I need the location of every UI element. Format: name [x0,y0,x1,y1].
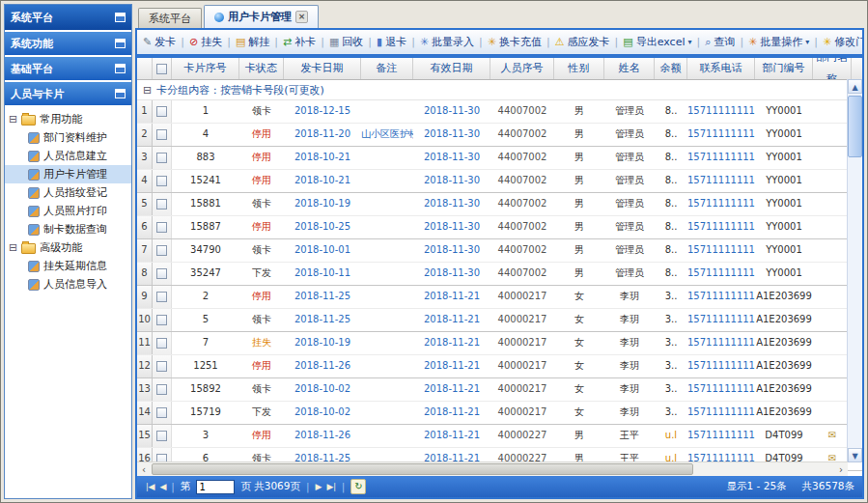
row-checkbox[interactable] [156,384,167,395]
toolbar-button-11[interactable]: ✳批量操作▾ [748,35,809,49]
table-row[interactable]: 121251停用2018-11-262018-11-2140000217女李玥3… [137,355,862,378]
table-row[interactable]: 515881领卡2018-10-192018-11-3044007002男管理员… [137,193,862,216]
toolbar-button-5[interactable]: ▮退卡 [377,35,406,49]
row-checkbox[interactable] [156,176,167,186]
collapse-icon[interactable]: ⊟ [9,114,17,125]
collapse-icon[interactable]: ⊟ [143,85,152,96]
toolbar-separator: | [615,36,619,48]
row-checkbox[interactable] [156,315,167,325]
table-row[interactable]: 117挂失2018-10-192018-11-2140000217女李玥3..1… [137,332,862,355]
prev-page-button[interactable]: ◀ [159,482,165,491]
tree-item[interactable]: 人员信息建立 [5,147,131,165]
toolbar-button-4[interactable]: ▦回收 [329,35,363,49]
tree-item[interactable]: 挂失延期信息 [5,257,131,275]
column-header-extra[interactable]: 部门名称 [813,58,852,79]
table-row[interactable]: 11领卡2018-12-152018-11-3044007002男管理员8..1… [137,100,862,124]
column-header-phone[interactable]: 联系电话 [687,58,755,79]
sidebar-section-1[interactable]: 基础平台 [5,57,131,80]
row-select [153,378,172,401]
column-header-bal[interactable]: 余额 [655,58,687,79]
vertical-scrollbar[interactable]: ▲ ▼ [847,79,862,462]
row-checkbox[interactable] [156,106,167,117]
row-checkbox[interactable] [156,292,167,302]
row-checkbox[interactable] [156,222,167,233]
tree-item[interactable]: 制卡数据查询 [5,220,131,238]
tree-item[interactable]: 人员指纹登记 [5,183,131,202]
cell-sex: 男 [554,100,604,123]
sidebar-header[interactable]: 系统平台 [5,5,131,30]
row-checkbox[interactable] [156,129,167,140]
cell-status: 停用 [239,425,284,447]
tree-folder[interactable]: ⊟高级功能 [5,238,131,257]
row-checkbox[interactable] [156,153,167,163]
first-page-button[interactable]: ∣◀ [145,482,154,491]
table-row[interactable]: 835247下发2018-10-112018-11-3044007002男管理员… [137,263,862,286]
table-row[interactable]: 1415719下发2018-10-022018-11-2140000217女李玥… [137,402,862,425]
cell-dept: YY0001 [755,100,813,123]
table-row[interactable]: 1315892领卡2018-10-022018-11-2140000217女李玥… [137,378,862,402]
cell-remark [361,216,413,238]
column-header-valid[interactable]: 有效日期 [413,58,490,79]
toolbar-button-6[interactable]: ✳批量录入 [420,35,474,49]
column-header-cb[interactable] [153,58,172,79]
next-page-button[interactable]: ▶ [316,482,322,491]
row-checkbox[interactable] [156,361,167,372]
toolbar-button-7[interactable]: ✳换卡充值 [488,35,542,49]
table-row[interactable]: 734790领卡2018-10-012018-11-3044007002男管理员… [137,239,862,263]
tree-item[interactable]: 人员照片打印 [5,202,131,220]
tab-user-card-management[interactable]: 用户卡片管理 × [204,5,319,28]
row-checkbox[interactable] [156,431,167,441]
table-row[interactable]: 3883停用2018-10-212018-11-3044007002男管理员8.… [137,147,862,170]
row-checkbox[interactable] [156,268,167,279]
column-header-name[interactable]: 姓名 [604,58,655,79]
toolbar-button-1[interactable]: ⊘挂失 [189,35,222,49]
column-header-pid[interactable]: 人员序号 [490,58,554,79]
cell-date: 2018-11-25 [284,286,361,308]
vertical-scroll-thumb[interactable] [848,96,862,157]
toolbar-button-10[interactable]: ⌕查询 [705,35,735,49]
horizontal-scroll-thumb[interactable] [152,463,693,475]
column-header-date[interactable]: 发卡日期 [284,58,361,79]
sidebar-section-2[interactable]: 人员与卡片 [5,82,131,105]
column-header-no[interactable] [137,58,153,79]
tab-close-icon[interactable]: × [295,11,308,23]
tree-item[interactable]: 用户卡片管理 [5,165,131,183]
table-row[interactable]: 24停用2018-11-20山小区医护楼2018-11-3044007002男管… [137,124,862,147]
scroll-up-icon[interactable]: ▲ [848,79,862,94]
tree-item[interactable]: 人员信息导入 [5,275,131,293]
toolbar-button-0[interactable]: ✎发卡 [143,35,176,49]
tree-folder[interactable]: ⊟常用功能 [5,110,131,128]
column-header-remark[interactable]: 备注 [361,58,413,79]
row-checkbox[interactable] [156,245,167,256]
column-header-sex[interactable]: 性别 [554,58,604,79]
scroll-down-icon[interactable]: ▼ [848,448,862,462]
table-row[interactable]: 615887停用2018-10-252018-11-3044007002男管理员… [137,216,862,239]
table-row[interactable]: 105领卡2018-11-252018-11-2140000217女李玥3..1… [137,309,862,332]
table-row[interactable]: 92停用2018-11-252018-11-2140000217女李玥3..15… [137,286,862,309]
horizontal-scrollbar[interactable]: ‹ › [137,461,848,476]
sidebar-section-0[interactable]: 系统功能 [5,32,131,55]
collapse-icon[interactable]: ⊟ [9,242,17,253]
tree-item[interactable]: 部门资料维护 [5,128,131,147]
toolbar-button-3[interactable]: ⇄补卡 [283,35,316,49]
table-row[interactable]: 415241停用2018-10-212018-11-3044007002男管理员… [137,170,862,193]
toolbar-button-12[interactable]: ✳修改门禁号 [823,35,862,49]
scroll-right-icon[interactable]: › [834,464,848,475]
refresh-icon[interactable]: ↻ [350,479,366,494]
row-checkbox[interactable] [156,199,167,210]
scroll-left-icon[interactable]: ‹ [137,464,151,475]
column-header-dept[interactable]: 部门编号 [755,58,813,79]
header-checkbox[interactable] [156,64,167,74]
last-page-button[interactable]: ▶∣ [326,482,335,491]
column-header-status[interactable]: 卡状态 [239,58,284,79]
row-checkbox[interactable] [156,338,167,349]
group-header-row[interactable]: ⊟ 卡分组内容：按营销卡号段(可更改) [137,80,862,100]
column-header-card[interactable]: 卡片序号 [172,58,239,79]
toolbar-button-8[interactable]: ⚠感应发卡 [555,35,610,49]
toolbar-button-2[interactable]: ▤解挂 [236,35,269,49]
row-checkbox[interactable] [156,407,167,418]
page-input[interactable] [196,480,235,494]
tab-system-platform[interactable]: 系统平台 [138,8,202,28]
table-row[interactable]: 153停用2018-11-262018-11-2140000227男王平u.l1… [137,425,862,448]
toolbar-button-9[interactable]: ▤导出excel▾ [623,35,691,49]
